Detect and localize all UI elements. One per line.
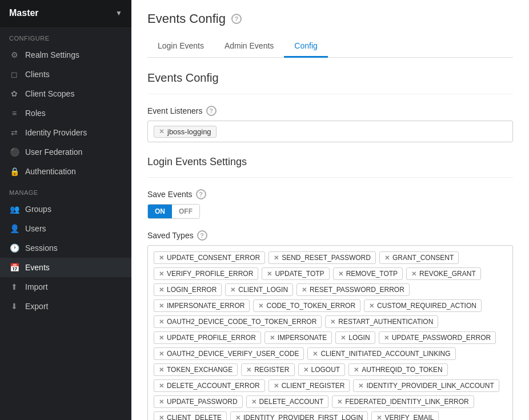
sidebar-item-client-scopes[interactable]: ✿ Client Scopes (0, 84, 131, 103)
sidebar-item-groups[interactable]: 👥 Groups (0, 199, 131, 219)
saved-type-label-5: REMOVE_TOTP (346, 270, 398, 278)
remove-saved-type-26[interactable]: ✕ (274, 382, 279, 390)
remove-saved-type-27[interactable]: ✕ (358, 382, 363, 390)
event-listeners-help[interactable]: ? (206, 106, 217, 116)
saved-type-tag-26: ✕ CLIENT_REGISTER (268, 379, 350, 392)
remove-saved-type-10[interactable]: ✕ (159, 302, 164, 310)
page-title: Events Config (147, 11, 226, 26)
remove-saved-type-22[interactable]: ✕ (246, 366, 251, 374)
sidebar-item-export[interactable]: ⬇ Export (0, 297, 131, 316)
tab-login-events[interactable]: Login Events (147, 35, 214, 58)
remove-saved-type-2[interactable]: ✕ (384, 254, 390, 262)
tab-admin-events[interactable]: Admin Events (214, 35, 284, 58)
saved-type-tag-5: ✕ REMOVE_TOTP (333, 267, 403, 280)
toggle-on[interactable]: ON (148, 205, 172, 218)
sidebar-item-sessions[interactable]: 🕐 Sessions (0, 238, 131, 258)
remove-saved-type-1[interactable]: ✕ (274, 254, 279, 262)
saved-type-tag-24: ✕ AUTHREQID_TO_TOKEN (348, 363, 448, 376)
remove-saved-type-7[interactable]: ✕ (159, 286, 164, 294)
saved-type-label-7: LOGIN_ERROR (167, 286, 217, 294)
saved-type-tag-10: ✕ IMPERSONATE_ERROR (154, 299, 250, 312)
toggle-off[interactable]: OFF (172, 205, 199, 218)
saved-type-tag-33: ✕ VERIFY_EMAIL (371, 411, 439, 420)
remove-saved-type-5[interactable]: ✕ (338, 270, 343, 278)
sidebar-item-events[interactable]: 📅 Events (0, 258, 131, 277)
realm-name: Master (9, 8, 39, 18)
remove-saved-type-4[interactable]: ✕ (267, 270, 272, 278)
saved-type-label-32: IDENTITY_PROVIDER_FIRST_LOGIN (243, 414, 363, 420)
saved-type-tag-21: ✕ TOKEN_EXCHANGE (154, 363, 238, 376)
configure-nav: ⚙ Realm Settings ◻ Clients ✿ Client Scop… (0, 45, 131, 181)
saved-type-label-24: AUTHREQID_TO_TOKEN (362, 366, 443, 374)
sidebar-icon-client-scopes: ✿ (9, 89, 19, 98)
saved-type-label-3: VERIFY_PROFILE_ERROR (167, 270, 253, 278)
remove-saved-type-29[interactable]: ✕ (251, 398, 257, 406)
sidebar-item-user-federation[interactable]: ⚫ User Federation (0, 142, 131, 162)
save-events-toggle-row: ON OFF (147, 204, 513, 219)
remove-saved-type-11[interactable]: ✕ (258, 302, 263, 310)
sidebar-label-groups: Groups (25, 205, 51, 214)
remove-saved-type-24[interactable]: ✕ (354, 366, 359, 374)
remove-saved-type-16[interactable]: ✕ (270, 334, 275, 342)
remove-saved-type-8[interactable]: ✕ (230, 286, 235, 294)
saved-types-help[interactable]: ? (197, 230, 207, 241)
sidebar-item-roles[interactable]: ≡ Roles (0, 103, 131, 123)
sidebar-label-import: Import (25, 282, 48, 291)
saved-type-label-21: TOKEN_EXCHANGE (167, 366, 233, 374)
saved-types-container: ✕ UPDATE_CONSENT_ERROR ✕ SEND_RESET_PASS… (147, 245, 513, 420)
page-header: Events Config ? (147, 11, 513, 26)
event-listener-tags: ✕ jboss-logging (154, 126, 217, 138)
tab-config[interactable]: Config (284, 35, 327, 58)
realm-selector[interactable]: Master ▼ (0, 0, 131, 27)
save-events-toggle[interactable]: ON OFF (147, 204, 200, 219)
saved-type-label-20: CLIENT_INITIATED_ACCOUNT_LINKING (320, 350, 450, 358)
sidebar-item-import[interactable]: ⬆ Import (0, 277, 131, 297)
remove-saved-type-30[interactable]: ✕ (337, 398, 342, 406)
saved-types-label: Saved Types ? (147, 230, 513, 241)
saved-type-tag-29: ✕ DELETE_ACCOUNT (246, 395, 329, 408)
save-events-help[interactable]: ? (196, 189, 206, 199)
remove-saved-type-20[interactable]: ✕ (312, 350, 318, 358)
section-title: Events Config (147, 71, 513, 85)
remove-saved-type-13[interactable]: ✕ (159, 318, 164, 326)
remove-saved-type-21[interactable]: ✕ (159, 366, 164, 374)
remove-saved-type-12[interactable]: ✕ (369, 302, 374, 310)
event-listeners-input[interactable]: ✕ jboss-logging (147, 121, 513, 142)
remove-saved-type-19[interactable]: ✕ (159, 350, 164, 358)
remove-saved-type-15[interactable]: ✕ (159, 334, 164, 342)
saved-type-tag-3: ✕ VERIFY_PROFILE_ERROR (154, 267, 258, 280)
remove-saved-type-3[interactable]: ✕ (159, 270, 164, 278)
remove-saved-type-28[interactable]: ✕ (159, 398, 164, 406)
main-content: Events Config ? Login EventsAdmin Events… (131, 0, 529, 420)
remove-tag-jboss-logging[interactable]: ✕ (159, 127, 165, 135)
remove-saved-type-33[interactable]: ✕ (376, 414, 382, 421)
remove-saved-type-6[interactable]: ✕ (411, 270, 416, 278)
saved-type-tag-11: ✕ CODE_TO_TOKEN_ERROR (253, 299, 360, 312)
remove-saved-type-9[interactable]: ✕ (302, 286, 307, 294)
remove-saved-type-23[interactable]: ✕ (303, 366, 308, 374)
page-help-icon[interactable]: ? (231, 14, 242, 24)
saved-type-tag-20: ✕ CLIENT_INITIATED_ACCOUNT_LINKING (307, 347, 455, 360)
sidebar-label-sessions: Sessions (25, 243, 58, 253)
remove-saved-type-17[interactable]: ✕ (340, 334, 346, 342)
sidebar-item-clients[interactable]: ◻ Clients (0, 65, 131, 84)
sidebar-icon-export: ⬇ (9, 302, 19, 311)
remove-saved-type-0[interactable]: ✕ (159, 254, 164, 262)
saved-type-label-26: CLIENT_REGISTER (282, 382, 345, 390)
tag-label-jboss-logging: jboss-logging (167, 127, 211, 136)
remove-saved-type-18[interactable]: ✕ (384, 334, 389, 342)
sidebar-item-identity-providers[interactable]: ⇄ Identity Providers (0, 123, 131, 142)
saved-type-tag-6: ✕ REVOKE_GRANT (406, 267, 481, 280)
remove-saved-type-31[interactable]: ✕ (159, 414, 164, 421)
saved-type-label-15: UPDATE_PROFILE_ERROR (167, 334, 256, 342)
sidebar-item-users[interactable]: 👤 Users (0, 219, 131, 238)
sidebar-item-realm-settings[interactable]: ⚙ Realm Settings (0, 45, 131, 65)
event-listeners-text: Event Listeners (147, 106, 203, 115)
remove-saved-type-32[interactable]: ✕ (235, 414, 241, 421)
manage-nav: 👥 Groups 👤 Users 🕐 Sessions 📅 Events ⬆ I… (0, 199, 131, 316)
saved-type-label-8: CLIENT_LOGIN (238, 286, 288, 294)
remove-saved-type-14[interactable]: ✕ (330, 318, 335, 326)
remove-saved-type-25[interactable]: ✕ (159, 382, 164, 390)
saved-type-tag-13: ✕ OAUTH2_DEVICE_CODE_TO_TOKEN_ERROR (154, 315, 322, 328)
sidebar-item-authentication[interactable]: 🔒 Authentication (0, 162, 131, 181)
